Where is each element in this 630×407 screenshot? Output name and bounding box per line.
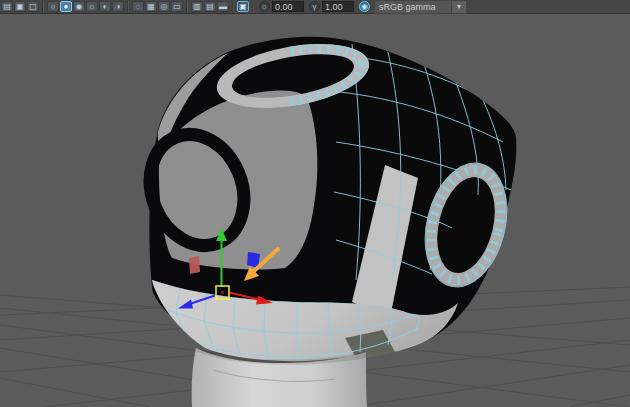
color-management-icon[interactable]: ◉ (359, 1, 370, 12)
application-window: ▤▣▢○●◉☼◐◑◌▦◎▭▥▤▬▣ ☼ γ ◉ sRGB gamma ▼ (0, 0, 630, 407)
highlight-selection-icon[interactable]: ▣ (237, 1, 249, 12)
toolbar-separator (127, 1, 129, 12)
chevron-down-icon: ▼ (451, 1, 466, 13)
toolbar-separator (232, 1, 234, 12)
isolate-select-icon[interactable]: ▭ (171, 1, 183, 12)
exposure-icon[interactable]: ☼ (259, 1, 270, 12)
camera-bookmarks-icon[interactable]: ▣ (14, 1, 26, 12)
default-material-icon[interactable]: ▬ (217, 1, 229, 12)
wireframe-mode-icon[interactable]: ○ (47, 1, 59, 12)
motion-blur-icon[interactable]: ◌ (132, 1, 144, 12)
view-transform-dropdown[interactable]: sRGB gamma ▼ (374, 0, 467, 14)
viewport-3d[interactable] (0, 0, 630, 407)
toolbar-separator (252, 1, 254, 12)
shadows-icon[interactable]: ◐ (99, 1, 111, 12)
gamma-icon[interactable]: γ (309, 1, 320, 12)
selected-vertex (221, 291, 224, 294)
toolbar-separator (42, 1, 44, 12)
viewport-toolbar: ▤▣▢○●◉☼◐◑◌▦◎▭▥▤▬▣ ☼ γ ◉ sRGB gamma ▼ (0, 0, 630, 14)
exposure-field[interactable] (272, 1, 304, 12)
toolbar-separator (186, 1, 188, 12)
wireframe-on-shaded-icon[interactable]: ▤ (204, 1, 216, 12)
view-transform-value: sRGB gamma (375, 2, 451, 12)
shaded-mode-icon[interactable]: ● (60, 1, 72, 12)
select-camera-icon[interactable]: ▤ (1, 1, 13, 12)
textured-mode-icon[interactable]: ◉ (73, 1, 85, 12)
use-all-lights-icon[interactable]: ☼ (86, 1, 98, 12)
anti-aliasing-icon[interactable]: ▦ (145, 1, 157, 12)
xray-icon[interactable]: ▥ (191, 1, 203, 12)
image-plane-icon[interactable]: ▢ (27, 1, 39, 12)
depth-of-field-icon[interactable]: ◎ (158, 1, 170, 12)
ambient-occlusion-icon[interactable]: ◑ (112, 1, 124, 12)
face-marker-red (189, 256, 200, 274)
gamma-field[interactable] (322, 1, 354, 12)
